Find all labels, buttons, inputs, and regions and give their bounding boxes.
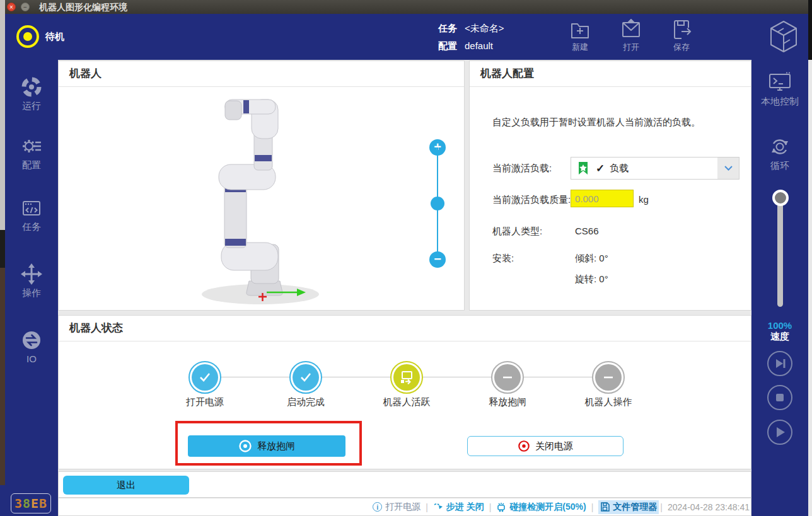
tilt-row: 倾斜: 0° bbox=[575, 253, 608, 265]
local-control-icon bbox=[767, 71, 792, 94]
open-icon bbox=[620, 19, 642, 40]
status-panel-title: 机器人状态 bbox=[59, 316, 751, 341]
left-sidebar: 运行 配置 任务 bbox=[5, 60, 58, 516]
desktop-strip bbox=[808, 60, 812, 516]
sidebar-item-run[interactable]: 运行 bbox=[5, 76, 58, 112]
status-step-startup-complete: 启动完成 bbox=[268, 361, 344, 408]
speed-slider-track[interactable] bbox=[777, 197, 783, 307]
sidebar-io-label: IO bbox=[5, 353, 58, 364]
step-forward-icon bbox=[768, 352, 791, 375]
file-manager-text: 文件管理器 bbox=[613, 502, 657, 513]
desktop-strip bbox=[0, 268, 5, 485]
config-icon bbox=[20, 135, 43, 158]
info-icon: i bbox=[373, 502, 382, 512]
chevron-down-icon[interactable] bbox=[717, 158, 739, 179]
desktop-strip bbox=[808, 0, 812, 60]
collision-icon bbox=[496, 502, 506, 512]
rotation-row: 旋转: 0° bbox=[575, 273, 608, 285]
standby-indicator-icon bbox=[16, 25, 39, 48]
active-payload-label: 当前激活负载: bbox=[492, 163, 552, 175]
step-mode-item[interactable]: 步进 关闭 bbox=[433, 502, 484, 513]
power-status-item[interactable]: i 打开电源 bbox=[373, 502, 420, 513]
sidebar-item-task[interactable]: 任务 bbox=[5, 197, 58, 233]
new-task-button[interactable]: 新建 bbox=[560, 19, 600, 53]
app-header: 待机 任务<未命名> 配置default 新建 打开 bbox=[5, 14, 808, 60]
new-label: 新建 bbox=[560, 42, 600, 53]
robot-type-value: CS66 bbox=[575, 226, 599, 236]
payload-mass-input[interactable] bbox=[571, 190, 634, 207]
mount-label: 安装: bbox=[492, 253, 514, 265]
window-close-button[interactable]: × bbox=[7, 3, 16, 11]
file-manager-item[interactable]: 文件管理器 bbox=[598, 500, 659, 514]
collision-detect-text: 碰撞检测开启(50%) bbox=[509, 502, 586, 513]
status-step-release-brake: 释放抱闸 bbox=[470, 361, 545, 408]
loop-icon bbox=[768, 135, 791, 158]
circle-dot-icon-red bbox=[518, 440, 530, 452]
circle-dot-icon bbox=[238, 439, 252, 453]
task-label: 任务 bbox=[438, 23, 457, 33]
robot-active-icon bbox=[393, 364, 420, 391]
brand-logo-icon bbox=[769, 20, 798, 53]
step-mode-icon bbox=[433, 503, 443, 512]
sidebar-item-io[interactable]: IO bbox=[5, 329, 58, 364]
robot-arm-image bbox=[59, 87, 464, 310]
collision-detect-item[interactable]: 碰撞检测开启(50%) bbox=[496, 502, 586, 513]
rotation-value: 0° bbox=[599, 273, 608, 284]
speed-label: 速度 bbox=[751, 331, 808, 343]
timestamp: 2024-04-28 23:48:41 bbox=[668, 502, 750, 512]
power-status-text: 打开电源 bbox=[385, 502, 420, 513]
stop-icon bbox=[768, 386, 791, 409]
task-icon bbox=[20, 197, 43, 219]
robot-3d-viewer[interactable]: + − bbox=[59, 87, 464, 310]
status-bar: i 打开电源 | 步进 关闭 | 碰撞检测开启(50%) | bbox=[58, 498, 751, 516]
open-task-button[interactable]: 打开 bbox=[611, 19, 651, 53]
payload-dropdown[interactable]: ✓ 负载 bbox=[571, 157, 740, 180]
zoom-out-button[interactable]: − bbox=[429, 251, 446, 268]
active-payload-value: 负载 bbox=[610, 163, 717, 175]
power-off-button[interactable]: 关闭电源 bbox=[467, 436, 624, 456]
task-value: <未命名> bbox=[465, 23, 504, 33]
release-brake-button[interactable]: 释放抱闸 bbox=[188, 435, 345, 457]
sidebar-item-local-control[interactable]: 本地控制 bbox=[751, 71, 808, 108]
step-forward-button[interactable] bbox=[767, 351, 792, 376]
file-manager-icon bbox=[600, 502, 610, 512]
operate-icon bbox=[20, 263, 43, 285]
run-icon bbox=[20, 76, 43, 98]
exit-row: 退出 bbox=[58, 471, 751, 498]
save-icon bbox=[670, 19, 693, 40]
sidebar-item-loop[interactable]: 循环 bbox=[751, 135, 808, 172]
config-value: default bbox=[465, 40, 493, 51]
config-panel-title: 机器人配置 bbox=[470, 61, 751, 87]
new-icon bbox=[569, 19, 591, 40]
save-task-button[interactable]: 保存 bbox=[661, 19, 702, 53]
robot-panel-title: 机器人 bbox=[59, 61, 464, 87]
stop-button[interactable] bbox=[767, 385, 792, 410]
zoom-slider-knob[interactable] bbox=[431, 197, 444, 210]
robot-status-label: 待机 bbox=[45, 31, 64, 43]
status-step-robot-operate: 机器人操作 bbox=[571, 361, 646, 408]
task-config-block: 任务<未命名> 配置default bbox=[438, 20, 504, 55]
robot-type-label: 机器人类型: bbox=[492, 226, 542, 238]
sidebar-item-config[interactable]: 配置 bbox=[5, 135, 58, 171]
desktop-strip bbox=[0, 230, 5, 268]
sidebar-operate-label: 操作 bbox=[5, 287, 58, 299]
play-button[interactable] bbox=[767, 420, 792, 445]
desktop-strip bbox=[0, 0, 5, 230]
sidebar-config-label: 配置 bbox=[5, 159, 58, 171]
payload-mass-label: 当前激活负载质量: bbox=[492, 194, 571, 206]
bookmark-icon bbox=[577, 161, 589, 175]
speed-value: 100% bbox=[751, 320, 808, 331]
play-icon bbox=[768, 421, 791, 444]
sidebar-run-label: 运行 bbox=[5, 100, 58, 112]
save-label: 保存 bbox=[661, 42, 702, 53]
check-icon: ✓ bbox=[596, 162, 605, 175]
sidebar-task-label: 任务 bbox=[5, 221, 58, 233]
speed-slider-knob[interactable] bbox=[772, 190, 789, 206]
sidebar-item-operate[interactable]: 操作 bbox=[5, 263, 58, 299]
status-step-power-on: 打开电源 bbox=[167, 361, 243, 408]
tilt-value: 0° bbox=[599, 253, 608, 263]
exit-button[interactable]: 退出 bbox=[63, 476, 189, 495]
window-minimize-button[interactable]: − bbox=[21, 3, 30, 11]
config-label: 配置 bbox=[438, 40, 457, 51]
robot-status-panel: 机器人状态 打开电源 启动完成 机器人活跃 bbox=[58, 315, 751, 469]
